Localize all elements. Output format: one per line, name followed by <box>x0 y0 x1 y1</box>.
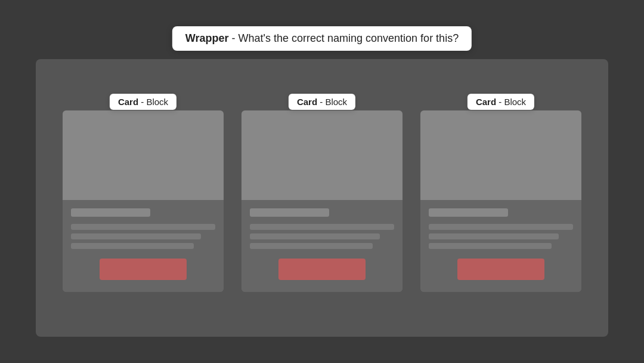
card-3-title <box>429 208 508 217</box>
card-label-2: Card - Block <box>289 94 355 110</box>
card-3-body <box>420 200 581 292</box>
card-label-3-text: - Block <box>496 97 526 107</box>
card-label-3: Card - Block <box>467 94 534 110</box>
card-2-body <box>242 200 402 292</box>
scene: Wrapper - What's the correct naming conv… <box>36 26 608 337</box>
card-1-line-1 <box>71 224 215 230</box>
card-label-1-text: - Block <box>138 97 168 107</box>
card-1 <box>63 110 224 292</box>
card-3-line-1 <box>429 224 573 230</box>
wrapper-label-text: - What's the correct naming convention f… <box>229 32 459 44</box>
card-1-line-3 <box>71 243 194 249</box>
card-3-line-2 <box>429 233 559 239</box>
card-2-line-2 <box>250 233 380 239</box>
card-label-1: Card - Block <box>110 94 177 110</box>
card-3-lines <box>429 224 573 249</box>
card-3-button[interactable] <box>457 259 544 280</box>
card-label-3-bold: Card <box>476 97 496 107</box>
card-3 <box>420 110 581 292</box>
wrapper-label: Wrapper - What's the correct naming conv… <box>172 26 472 51</box>
card-3-image <box>420 110 581 200</box>
card-block-3: Card - Block <box>420 110 581 292</box>
card-label-1-bold: Card <box>118 97 138 107</box>
card-2-line-1 <box>250 224 394 230</box>
card-1-button[interactable] <box>100 259 186 280</box>
card-2-button[interactable] <box>278 259 365 280</box>
card-1-line-2 <box>71 233 201 239</box>
card-label-2-text: - Block <box>317 97 347 107</box>
card-label-2-bold: Card <box>297 97 317 107</box>
wrapper-container: Card - Block Card - Block <box>36 59 608 337</box>
card-block-1: Card - Block <box>63 110 224 292</box>
card-1-image <box>63 110 224 200</box>
card-1-lines <box>71 224 215 249</box>
card-2 <box>242 110 402 292</box>
card-3-line-3 <box>429 243 552 249</box>
card-1-body <box>63 200 224 292</box>
card-2-line-3 <box>250 243 373 249</box>
card-2-title <box>250 208 329 217</box>
card-block-2: Card - Block <box>242 110 402 292</box>
card-2-image <box>242 110 402 200</box>
card-2-lines <box>250 224 394 249</box>
wrapper-label-bold: Wrapper <box>185 32 229 44</box>
card-1-title <box>71 208 150 217</box>
